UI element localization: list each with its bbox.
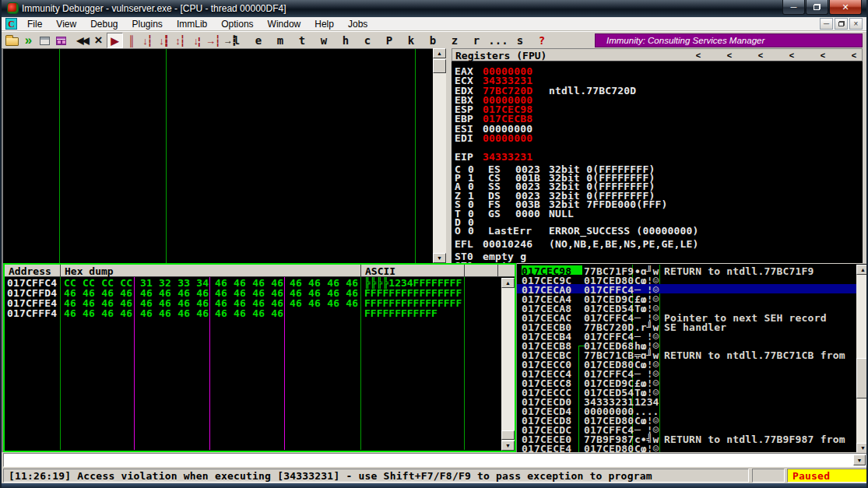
close-button[interactable]: ✕ xyxy=(829,0,862,15)
back-icon[interactable]: ◀◀ xyxy=(74,33,90,48)
collapse-chevron-icon[interactable]: < xyxy=(723,50,736,61)
mdi-restore-button[interactable] xyxy=(835,18,848,30)
dropdown-arrow-icon[interactable]: ▼ xyxy=(853,455,866,465)
menu-item[interactable]: ImmLib xyxy=(170,17,214,31)
letter-button[interactable]: b xyxy=(422,34,444,47)
flag-row[interactable]: T 0 GS 0000 NULL xyxy=(452,208,863,216)
stack-row[interactable]: 017CECA0 017CFFC4 ─ ¦☺ xyxy=(517,284,856,293)
letter-button[interactable]: l xyxy=(226,34,248,47)
letter-button[interactable]: t xyxy=(291,34,313,47)
log-dropdown-field[interactable]: ▼ xyxy=(3,453,868,467)
scrollbar-thumb[interactable] xyxy=(501,430,515,440)
title-bar[interactable]: Immunity Debugger - vulnserver.exe - [CP… xyxy=(2,0,866,17)
mdi-close-button[interactable]: × xyxy=(849,18,863,30)
collapse-chevron-icon[interactable]: < xyxy=(817,50,829,61)
menu-item[interactable]: Help xyxy=(307,17,341,31)
stack-row[interactable]: 017CECD8 017CED80 Çφ¦☺ xyxy=(517,415,856,424)
menu-item[interactable]: Options xyxy=(214,17,260,31)
letter-button[interactable]: h xyxy=(335,34,357,47)
stack-pane[interactable]: 017CEC98 77BC71F9 ∙q╜w RETURN to ntdll.7… xyxy=(517,263,868,452)
menu-item[interactable]: File xyxy=(20,17,49,31)
pane-divider[interactable] xyxy=(446,48,452,263)
hexdump-row[interactable]: 017CFFE4 46 46 46 46 46 46 46 46 46 46 4… xyxy=(5,297,515,307)
run-icon[interactable]: ▶ xyxy=(107,33,123,48)
scroll-up-icon[interactable]: ▲ xyxy=(433,48,446,58)
stack-row[interactable]: 017CECAC 017CFFC4 ─ ¦☺ Pointer to next S… xyxy=(517,312,856,321)
hexdump-pane[interactable]: Address Hex dump ASCII 017CFFC4 CC CC xyxy=(3,263,516,452)
scroll-up-icon[interactable]: ▲ xyxy=(856,265,868,275)
disassembly-scrollbar[interactable]: ▲ ▼ xyxy=(433,48,446,263)
collapse-chevron-icon[interactable]: < xyxy=(848,50,860,61)
letter-button[interactable]: r xyxy=(466,34,487,47)
hexdump-row[interactable]: 017CFFD4 46 46 46 46 46 46 46 46 46 46 4… xyxy=(5,287,515,297)
menu-item[interactable]: Debug xyxy=(83,17,125,31)
stack-row[interactable]: 017CECCC 017CED54 Tφ¦☺ xyxy=(517,387,856,396)
close-windows-icon[interactable] xyxy=(37,33,53,48)
flag-row[interactable]: S 0 FS 003B 32bit 7FFDE000(FFF) xyxy=(452,198,863,207)
stack-row[interactable]: 017CECB0 77BC720D .r╜w SE handler xyxy=(517,321,856,331)
scroll-down-icon[interactable]: ▼ xyxy=(856,443,868,452)
letter-button[interactable]: e xyxy=(248,34,269,47)
collapse-chevron-icon[interactable]: < xyxy=(785,50,798,61)
stack-row[interactable]: 017CECB8 017CED68 hφ¦☺ xyxy=(517,340,856,349)
letter-button[interactable]: m xyxy=(269,34,291,47)
restore-button[interactable] xyxy=(806,0,828,15)
stack-row[interactable]: 017CECDC 017CFFC4 ─ ¦☺ xyxy=(517,424,856,434)
scroll-up-icon[interactable]: ▲ xyxy=(501,278,515,288)
menu-item[interactable]: View xyxy=(49,17,83,31)
letter-button[interactable]: c xyxy=(357,34,378,47)
stack-row[interactable]: 017CECD4 00000000 .... xyxy=(517,405,856,415)
register-row[interactable]: EBP 017CECB8 xyxy=(452,113,863,122)
letter-button[interactable]: ... xyxy=(487,34,509,47)
register-row[interactable]: EBX 00000000 xyxy=(452,94,863,104)
flag-row[interactable]: A 0 SS 0023 32bit 0(FFFFFFFF) xyxy=(452,181,863,189)
flag-row[interactable]: D 0 xyxy=(452,216,863,225)
appearance-icon[interactable] xyxy=(53,33,69,48)
hexdump-row[interactable]: 017CFFF4 46 46 46 46 46 46 46 46 46 46 4… xyxy=(5,307,515,318)
letter-button[interactable]: z xyxy=(444,34,466,47)
close-icon[interactable]: × xyxy=(90,33,107,48)
flag-row[interactable]: C 0 ES 0023 32bit 0(FFFFFFFF) xyxy=(452,163,863,172)
register-row[interactable]: EDI 00000000 xyxy=(452,132,863,142)
stack-row[interactable]: 017CECC8 017CED9C £φ¦☺ xyxy=(517,377,856,387)
efl-row[interactable]: EFL 00010246 (NO,NB,E,BE,NS,PE,GE,LE) xyxy=(452,238,863,248)
pause-icon[interactable]: ║ xyxy=(123,33,139,48)
register-row[interactable]: ESI 00000000 xyxy=(452,123,863,132)
letter-button[interactable]: ? xyxy=(531,34,553,47)
hexdump-scrollbar[interactable]: ▲ ▼ xyxy=(501,278,515,451)
stack-row[interactable]: 017CECB4 017CFFC4 ─ ¦☺ xyxy=(517,331,856,340)
stack-row[interactable]: 017CECC4 017CFFC4 ─ ¦☺ xyxy=(517,368,856,377)
stack-row[interactable]: 017CEC9C 017CED80 Çφ¦☺ xyxy=(517,275,856,284)
stack-row[interactable]: 017CECBC 77BC71CB ╦q╜w RETURN to ntdll.7… xyxy=(517,349,856,359)
step-into-icon[interactable]: ↓┆ xyxy=(139,33,156,48)
scroll-down-icon[interactable]: ▼ xyxy=(433,253,446,263)
stack-row[interactable]: 017CECC0 017CED80 Çφ¦☺ xyxy=(517,359,856,368)
restart-icon[interactable]: » xyxy=(20,33,37,48)
collapse-chevron-icon[interactable]: < xyxy=(692,50,705,61)
minimize-button[interactable]: ─ xyxy=(782,0,805,15)
stack-row[interactable]: 017CECD0 34333231 1234 xyxy=(517,396,856,405)
collapse-chevron-icon[interactable]: < xyxy=(754,50,767,61)
stack-row[interactable]: 017CECA8 017CED54 Tφ¦☺ xyxy=(517,303,856,312)
letter-button[interactable]: s xyxy=(509,34,531,47)
flag-row[interactable]: P 1 CS 001B 32bit 0(FFFFFFFF) xyxy=(452,172,863,181)
scrollbar-thumb[interactable] xyxy=(856,358,868,398)
stack-row[interactable]: 017CECA4 017CED9C £φ¦☺ xyxy=(517,293,856,303)
registers-pane[interactable]: Registers (FPU) < < < < < < EAX 00000000 xyxy=(452,48,863,263)
letter-button[interactable]: P xyxy=(378,34,400,47)
trace-into-icon[interactable]: ↕┆ xyxy=(172,33,188,48)
disassembly-pane[interactable] xyxy=(3,48,433,263)
letter-button[interactable]: k xyxy=(400,34,422,47)
flag-row[interactable]: O 0 LastErr ERROR_SUCCESS (00000000) xyxy=(452,225,863,233)
scrollbar-thumb[interactable] xyxy=(433,59,446,73)
scroll-down-icon[interactable]: ▼ xyxy=(501,441,515,451)
trace-over-icon[interactable]: ↓¦ xyxy=(188,33,205,48)
stack-row[interactable]: 017CEC98 77BC71F9 ∙q╜w RETURN to ntdll.7… xyxy=(517,265,856,275)
step-over-icon[interactable]: ↓┇ xyxy=(156,33,172,48)
stack-row[interactable]: 017CECE0 77B9F987 ç∙╣w RETURN to ntdll.7… xyxy=(517,434,856,443)
register-row[interactable]: ECX 34333231 xyxy=(452,75,863,84)
register-row[interactable]: EDX 77BC720D ntdll.77BC720D xyxy=(452,85,863,94)
menu-item[interactable]: Jobs xyxy=(341,17,374,31)
flag-row[interactable]: Z 1 DS 0023 32bit 0(FFFFFFFF) xyxy=(452,190,863,198)
st-register-row[interactable]: ST0 empty g xyxy=(452,251,863,260)
